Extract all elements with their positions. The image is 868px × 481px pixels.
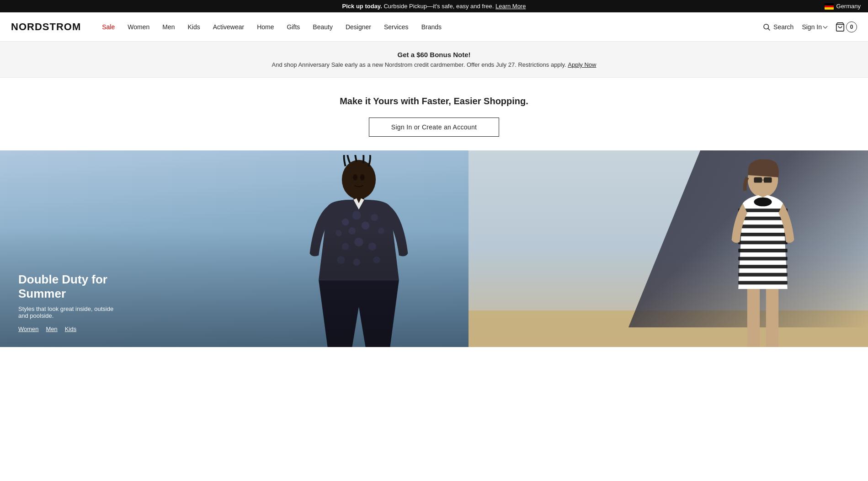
hero-left-text: Double Duty for Summer Styles that look … [0,258,137,347]
nav-item-sale[interactable]: Sale [96,12,121,42]
signin-heading: Make it Yours with Faster, Easier Shoppi… [7,96,861,107]
hero-right-panel [469,150,868,347]
announcement-bar: Pick up today. Curbside Pickup—it's safe… [0,0,868,12]
svg-rect-26 [739,217,787,220]
hero-links: Women Men Kids [18,326,119,332]
svg-point-7 [362,222,370,230]
svg-point-17 [373,257,381,264]
svg-point-10 [371,214,378,221]
svg-rect-31 [738,257,787,261]
nav-item-home[interactable]: Home [250,12,280,42]
nav-item-women[interactable]: Women [121,12,156,42]
hero-section: Double Duty for Summer Styles that look … [0,150,868,347]
hero-person-left [286,155,432,347]
nav-item-kids[interactable]: Kids [181,12,206,42]
announcement-text: Pick up today. Curbside Pickup—it's safe… [342,3,526,10]
svg-point-16 [353,259,361,266]
cart-count-badge: 0 [846,21,857,32]
main-header: NORDSTROM Sale Women Men Kids Activewear… [0,12,868,42]
svg-rect-36 [747,289,760,347]
logo[interactable]: NORDSTROM [11,21,81,33]
nav-item-services[interactable]: Services [378,12,415,42]
header-actions: Search Sign In 0 [762,21,857,32]
svg-rect-34 [738,281,787,284]
announcement-message: Curbside Pickup—it's safe, easy and free… [383,3,494,10]
nav-item-beauty[interactable]: Beauty [306,12,339,42]
svg-point-14 [368,242,377,251]
signin-label: Sign In [802,23,822,31]
chevron-down-icon [823,24,828,28]
hero-person-right [703,155,822,347]
svg-point-5 [342,219,349,226]
signin-cta-button[interactable]: Sign In or Create an Account [369,118,499,137]
svg-point-6 [352,211,362,220]
svg-rect-23 [764,177,772,183]
hero-title: Double Duty for Summer [18,273,119,301]
sign-in-button[interactable]: Sign In [802,23,827,31]
country-name: Germany [836,3,861,10]
svg-point-18 [353,174,358,181]
nav-item-designer[interactable]: Designer [339,12,378,42]
hero-link-kids[interactable]: Kids [65,326,76,332]
nav-item-men[interactable]: Men [156,12,181,42]
announcement-bold: Pick up today. [342,3,382,10]
main-nav: Sale Women Men Kids Activewear Home Gift… [96,12,762,42]
promo-banner: Get a $60 Bonus Note! And shop Anniversa… [0,42,868,78]
svg-rect-28 [739,233,787,236]
svg-line-1 [768,28,770,30]
apply-now-link[interactable]: Apply Now [568,61,596,68]
cart-button[interactable]: 0 [835,21,857,32]
signin-section: Make it Yours with Faster, Easier Shoppi… [0,78,868,150]
svg-point-15 [337,256,346,264]
bag-icon [835,22,845,32]
nav-item-gifts[interactable]: Gifts [281,12,307,42]
svg-point-19 [360,174,365,181]
svg-rect-37 [766,289,778,347]
search-label: Search [773,23,793,31]
svg-rect-30 [738,249,787,252]
svg-point-8 [336,230,342,236]
learn-more-link[interactable]: Learn More [495,3,526,10]
svg-rect-22 [754,177,762,183]
hero-description: Styles that look great inside, outside a… [18,305,119,319]
country-selector[interactable]: Germany [825,3,861,10]
svg-rect-32 [738,265,787,268]
svg-point-13 [342,243,349,250]
search-button[interactable]: Search [762,23,793,31]
svg-rect-27 [739,224,787,228]
promo-subtext: And shop Anniversary Sale early as a new… [7,61,861,68]
svg-point-12 [355,238,364,247]
hero-link-men[interactable]: Men [46,326,58,332]
hero-link-women[interactable]: Women [18,326,39,332]
svg-rect-33 [738,273,787,277]
flag-icon [825,3,834,10]
svg-point-35 [754,198,772,207]
hero-left-panel: Double Duty for Summer Styles that look … [0,150,469,347]
svg-point-3 [342,160,376,199]
svg-point-0 [764,24,769,29]
nav-item-activewear[interactable]: Activewear [207,12,250,42]
promo-headline: Get a $60 Bonus Note! [7,51,861,59]
search-icon [762,23,771,31]
svg-point-11 [378,228,384,234]
nav-item-brands[interactable]: Brands [415,12,448,42]
svg-rect-29 [738,241,787,245]
svg-point-9 [349,227,356,235]
